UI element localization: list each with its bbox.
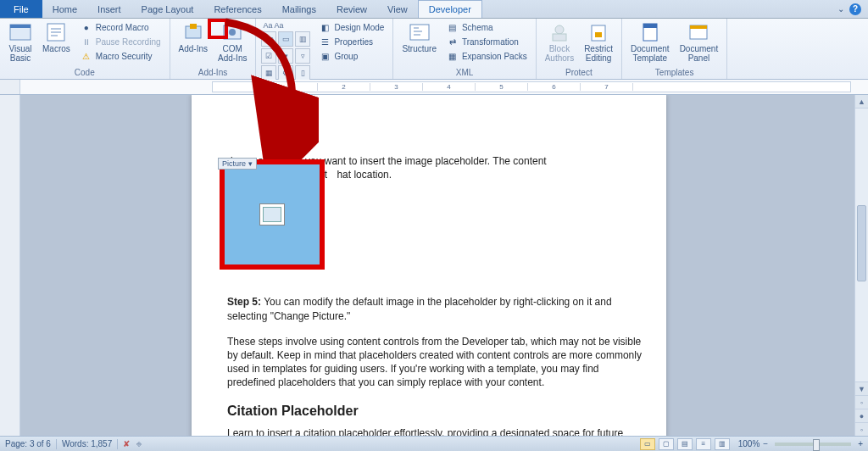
tab-mailings[interactable]: Mailings [272,0,326,18]
transformation-icon: ⇄ [447,36,459,47]
tab-insert[interactable]: Insert [87,0,131,18]
picture-control-button[interactable]: ▭ [278,31,293,47]
svg-rect-4 [190,24,197,29]
print-layout-view-button[interactable]: ▭ [640,438,655,450]
date-control-button[interactable]: ▦ [261,65,276,81]
record-macro-icon: ● [81,21,92,33]
schema-button[interactable]: ▤ Schema [443,20,531,34]
block-authors-icon [548,22,571,42]
document-area[interactable]: document where you want to insert the im… [0,95,868,436]
status-words[interactable]: Words: 1,857 [62,439,112,448]
design-mode-button[interactable]: ◧ Design Mode [315,20,387,34]
status-page[interactable]: Page: 3 of 6 [5,439,51,448]
prev-page-button[interactable]: ◦ [855,395,868,409]
macros-button[interactable]: Macros [39,20,74,55]
expansion-icon: ▦ [447,50,459,62]
picture-cc-title[interactable]: Picture ▾ [218,158,257,170]
block-authors-label: Block Authors [545,44,574,63]
document-panel-button[interactable]: Document Panel [676,20,722,64]
vertical-scrollbar[interactable]: ▲ ▼ ◦ ● ◦ [854,95,868,436]
paragraph-4: Learn to insert a citation placeholder e… [227,426,646,436]
expansion-label: Expansion Packs [462,52,527,61]
scroll-down-button[interactable]: ▼ [855,381,868,395]
group-control-button[interactable]: ▯ [295,65,310,81]
addins-button[interactable]: Add-Ins [175,20,211,55]
checkbox-control-button[interactable]: ☑ [261,48,276,64]
pause-recording-label: Pause Recording [96,37,161,47]
structure-button[interactable]: Structure [398,20,440,55]
transformation-button[interactable]: ⇄ Transformation [443,35,531,48]
record-macro-label: Record Macro [96,23,149,32]
document-panel-icon [687,22,710,42]
pause-recording-button[interactable]: ⏸ Pause Recording [77,35,164,48]
svg-rect-9 [553,34,566,41]
ruler-tick: 6 [528,83,581,91]
group-templates: Document Template Document Panel Templat… [622,19,727,79]
com-addins-label: COM Add-Ins [218,44,247,63]
proofing-icon[interactable]: ✘ [123,439,130,448]
group-controls: Aa Aa Aa ▭ ▥ ☑ ▾ ▿ ▦ ⚙ ▯ ◧ Design Mode [256,19,393,79]
svg-rect-7 [410,25,429,40]
minimize-ribbon-icon[interactable]: ⌄ [837,4,844,14]
scroll-thumb[interactable] [857,205,866,281]
macro-security-button[interactable]: ⚠ Macro Security [77,49,164,63]
web-layout-view-button[interactable]: ▤ [677,438,693,450]
legacy-tools-button[interactable]: ⚙ [278,65,293,81]
next-page-button[interactable]: ◦ [855,422,868,436]
schema-icon: ▤ [447,21,459,33]
ruler-tick: 5 [476,83,528,91]
tab-home[interactable]: Home [42,0,87,18]
block-authors-button[interactable]: Block Authors [542,20,577,64]
scroll-up-button[interactable]: ▲ [855,95,868,109]
tab-page-layout[interactable]: Page Layout [131,0,204,18]
document-template-button[interactable]: Document Template [627,20,673,64]
expansion-packs-button[interactable]: ▦ Expansion Packs [443,49,531,63]
restrict-editing-label: Restrict Editing [584,44,613,63]
macro-security-label: Macro Security [96,52,153,61]
building-block-control-button[interactable]: ▥ [295,31,310,47]
properties-button[interactable]: ☰ Properties [315,35,387,48]
zoom-level[interactable]: 100% [738,439,760,448]
document-panel-label: Document Panel [680,44,719,63]
ruler-tick: 4 [423,83,476,91]
dropdown-control-button[interactable]: ▿ [295,48,310,64]
properties-icon: ☰ [319,36,331,47]
full-screen-view-button[interactable]: ▢ [659,438,674,450]
document-template-icon [638,22,662,42]
rich-text-control-button[interactable]: Aa [261,31,276,47]
svg-point-8 [555,25,564,34]
help-icon[interactable]: ? [849,3,861,15]
restrict-editing-button[interactable]: Restrict Editing [581,20,616,64]
zoom-out-button[interactable]: − [763,439,768,448]
tab-view[interactable]: View [377,0,418,18]
svg-rect-11 [595,32,602,37]
draft-view-button[interactable]: ▥ [715,438,730,450]
visual-basic-button[interactable]: Visual Basic [5,20,36,64]
tab-review[interactable]: Review [326,0,377,18]
tab-developer[interactable]: Developer [418,0,482,18]
browse-object-button[interactable]: ● [855,409,868,422]
file-tab[interactable]: File [0,0,42,18]
record-macro-button[interactable]: ● Record Macro [77,20,164,34]
group-templates-label: Templates [627,67,721,79]
zoom-in-button[interactable]: + [858,439,863,448]
picture-cc-menu-icon[interactable]: ▾ [248,159,253,168]
svg-rect-13 [643,24,657,28]
shield-icon: ⚠ [81,50,92,62]
insert-mode-icon[interactable]: ⎆ [136,439,142,448]
group-icon: ▣ [319,50,331,62]
citation-heading: Citation Placeholder [227,402,646,420]
annotation-highlight-ribbon [208,19,228,39]
zoom-slider[interactable] [775,443,851,446]
group-button[interactable]: ▣ Group [315,49,387,63]
step5-text: You can modify the default image in the … [227,296,612,321]
group-code: Visual Basic Macros ● Record Macro ⏸ Pau… [0,19,170,79]
macros-icon [44,22,68,42]
picture-content-control[interactable] [225,164,320,264]
addins-icon [181,22,205,42]
ribbon: Visual Basic Macros ● Record Macro ⏸ Pau… [0,19,868,80]
outline-view-button[interactable]: ≡ [696,438,711,450]
combobox-control-button[interactable]: ▾ [278,48,293,64]
content-control-gallery: Aa ▭ ▥ ☑ ▾ ▿ ▦ ⚙ ▯ [261,31,310,81]
tab-references[interactable]: References [203,0,271,18]
